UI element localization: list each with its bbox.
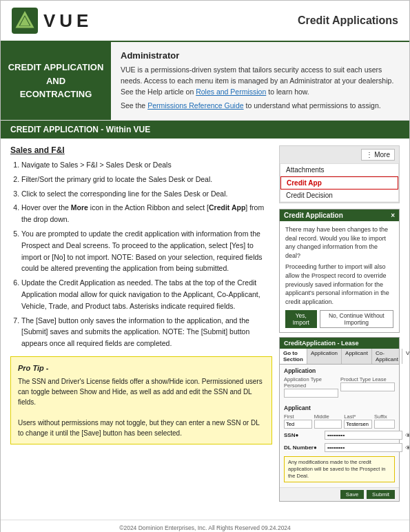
credit-app-form: CreditApplication - Lease Go to Section … (279, 337, 400, 501)
tab-co-applicant[interactable]: Co-Applicant (372, 349, 402, 364)
page-title: Credit Applications (298, 14, 398, 27)
pro-tip-body2: Users without permissions may not toggle… (18, 418, 265, 438)
popup-text: There may have been changes to the deal … (285, 225, 393, 260)
step-7: The [Save] button only saves the informa… (21, 315, 272, 349)
tab-vehicle[interactable]: Vehicle (402, 349, 410, 364)
step-1: Navigate to Sales > F&I > Sales Desk or … (21, 159, 272, 171)
admin-para2: See the Permissions Reference Guide to u… (121, 101, 400, 112)
last-name-label: Last* (344, 413, 372, 420)
dl-eye-icon[interactable]: 👁 (405, 444, 410, 451)
ssn-input[interactable] (325, 431, 402, 440)
product-type-input[interactable] (340, 382, 395, 391)
banner-left-title: CREDIT APPLICATION AND ECONTRACTING (1, 42, 111, 120)
menu-item-credit-app[interactable]: Credit App (280, 176, 398, 190)
ssn-label: SSN● (284, 432, 322, 438)
tab-applicant[interactable]: Applicant (342, 349, 372, 364)
applicant-section-title: Applicant (284, 405, 395, 411)
vue-logo-icon (12, 8, 38, 34)
tab-go-to-section[interactable]: Go to Section (280, 349, 307, 364)
popup-title: Credit Application (284, 212, 343, 219)
step-4: Hover over the More icon in the Action R… (21, 202, 272, 225)
application-type-row: Application Type Personed Product Type L… (284, 376, 395, 398)
suffix-field: Suffix (374, 413, 395, 429)
credit-app-popup: Credit Application × There may have been… (279, 209, 400, 333)
form-applicant-section: Applicant First Middle Last* (280, 402, 399, 487)
first-name-field: First (284, 413, 312, 429)
submit-button[interactable]: Submit (367, 490, 395, 499)
more-menu-screenshot: ⋮ More Attachments Credit App Credit Dec… (279, 145, 400, 203)
permissions-guide-link[interactable]: Permissions Reference Guide (147, 101, 243, 110)
dl-row: DL Number● 👁 (284, 443, 410, 452)
roles-permission-link[interactable]: Roles and Permission (196, 88, 266, 96)
form-tabs: Go to Section Application Applicant Co-A… (280, 349, 399, 365)
steps-list: Navigate to Sales > F&I > Sales Desk or … (10, 159, 272, 349)
form-header: CreditApplication - Lease (280, 338, 399, 349)
left-column: Sales and F&I Navigate to Sales > F&I > … (10, 145, 272, 506)
first-name-input[interactable] (284, 420, 312, 429)
popup-buttons: Yes, Import No, Continue Without Importi… (285, 310, 393, 328)
step-5: You are prompted to update the credit ap… (21, 228, 272, 274)
last-name-input[interactable] (344, 420, 372, 429)
suffix-input[interactable] (374, 420, 395, 429)
pro-tip-title: Pro Tip - (18, 362, 265, 374)
ssn-dl-row: SSN● 👁 (284, 431, 395, 442)
step-2: Filter/Sort the primary grid to locate t… (21, 174, 272, 185)
more-button-label: More (374, 151, 390, 158)
pro-tip-box: Pro Tip - The SSN and Driver's License f… (10, 356, 272, 445)
pro-tip-body1: The SSN and Driver's License fields offe… (18, 376, 265, 407)
logo-text: VUE (43, 10, 92, 32)
popup-body: There may have been changes to the deal … (280, 221, 399, 332)
product-type-field: Product Type Lease (340, 376, 395, 398)
popup-header: Credit Application × (280, 209, 399, 221)
close-icon[interactable]: × (391, 212, 395, 219)
popup-text2: Proceeding further to import will also a… (285, 263, 393, 306)
admin-heading: Administrator (121, 50, 400, 61)
form-warning: Any modifications made to the credit app… (284, 456, 395, 482)
step-3: Click to select the corresponding line f… (21, 188, 272, 200)
more-menu-header: ⋮ More (280, 146, 399, 163)
middle-name-input[interactable] (314, 420, 342, 429)
step-6: Update the Credit Application as needed.… (21, 277, 272, 311)
ssn-row: SSN● 👁 (284, 431, 410, 440)
menu-item-attachments[interactable]: Attachments (280, 164, 398, 176)
application-type-field: Application Type Personed (284, 376, 338, 398)
section-header: CREDIT APPLICATION - Within VUE (1, 121, 409, 139)
form-application-section: Application Application Type Personed Pr… (280, 365, 399, 402)
main-content: Sales and F&I Navigate to Sales > F&I > … (1, 139, 409, 513)
page-header: VUE Credit Applications (1, 1, 409, 42)
dl-label: DL Number● (284, 444, 322, 451)
dl-group: DL Number● 👁 (284, 443, 410, 454)
application-type-input[interactable] (284, 389, 338, 398)
form-bottom-bar: Save Submit (280, 487, 399, 501)
name-row: First Middle Last* Suffix (284, 413, 395, 429)
no-import-button[interactable]: No, Continue Without Importing (320, 310, 393, 328)
page-footer: ©2024 Dominion Enterprises, Inc. All Rig… (1, 520, 409, 532)
last-name-field: Last* (344, 413, 372, 429)
more-dots-icon: ⋮ (366, 151, 373, 158)
middle-name-field: Middle (314, 413, 342, 429)
first-name-label: First (284, 413, 312, 420)
ssn-group: SSN● 👁 (284, 431, 410, 442)
banner-right: Administrator VUE is a permissions-drive… (111, 42, 409, 120)
application-section-title: Application (284, 367, 395, 374)
top-banner: CREDIT APPLICATION AND ECONTRACTING Admi… (1, 42, 409, 121)
more-menu-items: Attachments Credit App Credit Decision (280, 163, 399, 203)
sales-fi-title: Sales and F&I (10, 145, 272, 155)
save-button[interactable]: Save (340, 490, 364, 499)
product-type-label: Product Type Lease (340, 376, 395, 382)
more-button[interactable]: ⋮ More (361, 149, 395, 161)
tab-application[interactable]: Application (307, 349, 342, 364)
dl-input[interactable] (325, 443, 402, 452)
admin-para1: VUE is a permissions-driven system that … (121, 65, 400, 97)
application-type-label: Application Type Personed (284, 376, 338, 389)
yes-import-button[interactable]: Yes, Import (285, 310, 317, 328)
logo-area: VUE (12, 8, 92, 34)
menu-item-credit-decision[interactable]: Credit Decision (280, 190, 398, 202)
suffix-label: Suffix (374, 413, 395, 420)
right-column: ⋮ More Attachments Credit App Credit Dec… (279, 145, 400, 506)
middle-name-label: Middle (314, 413, 342, 420)
ssn-eye-icon[interactable]: 👁 (405, 432, 410, 439)
dl-row-container: DL Number● 👁 (284, 443, 395, 454)
